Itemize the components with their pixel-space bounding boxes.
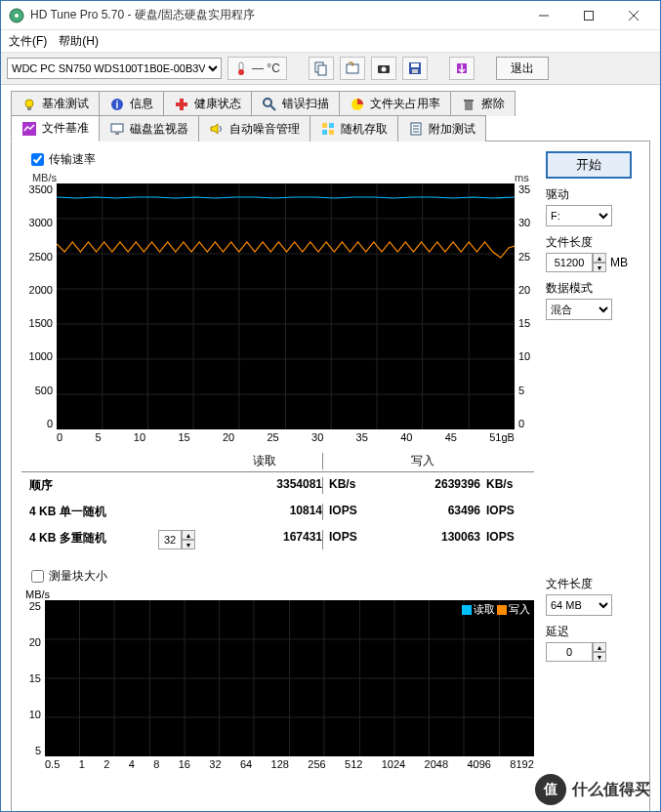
tab-diskmonitor[interactable]: 磁盘监视器 bbox=[99, 115, 199, 142]
monitor-icon bbox=[109, 121, 125, 137]
tab-errorscan[interactable]: 错误扫描 bbox=[251, 91, 340, 116]
drive-label: 驱动 bbox=[546, 186, 640, 203]
app-icon bbox=[9, 8, 24, 23]
tab-info[interactable]: i信息 bbox=[99, 91, 164, 116]
chart1-yright-label: ms bbox=[515, 172, 534, 183]
tab-row-2: 文件基准 磁盘监视器 自动噪音管理 随机存取 附加测试 bbox=[11, 115, 650, 142]
filelen2-select[interactable]: 64 MB bbox=[546, 594, 612, 616]
save-button[interactable] bbox=[402, 57, 428, 80]
svg-text:i: i bbox=[116, 100, 119, 110]
svg-rect-24 bbox=[465, 102, 473, 110]
svg-rect-31 bbox=[322, 130, 327, 135]
watermark-text: 什么值得买 bbox=[572, 780, 650, 800]
close-button[interactable] bbox=[611, 1, 656, 30]
temperature-value: — °C bbox=[252, 61, 280, 75]
plus-icon bbox=[174, 97, 189, 112]
tab-filebenchmark[interactable]: 文件基准 bbox=[11, 115, 100, 142]
delay-spinner[interactable]: ▲▼ bbox=[546, 642, 606, 662]
svg-rect-27 bbox=[111, 124, 123, 132]
side-panel: 开始 驱动 F: 文件长度 ▲▼ MB 数据模式 混合 文件长度 64 MB bbox=[546, 151, 640, 812]
menu-help[interactable]: 帮助(H) bbox=[59, 33, 99, 50]
pattern-select[interactable]: 混合 bbox=[546, 299, 612, 320]
svg-rect-6 bbox=[239, 62, 243, 70]
row-4kb-multi: 4 KB 多重随机 ▲▼ 167431IOPS 130063IOPS bbox=[21, 525, 534, 554]
svg-rect-32 bbox=[329, 130, 334, 135]
svg-rect-14 bbox=[411, 63, 419, 67]
tab-content: 传输速率 MB/s ms 350030002500200015001000500… bbox=[11, 141, 650, 812]
options-button[interactable] bbox=[449, 57, 475, 80]
drive-letter-select[interactable]: F: bbox=[546, 205, 612, 226]
start-button[interactable]: 开始 bbox=[546, 151, 632, 179]
filelen-label: 文件长度 bbox=[546, 234, 640, 251]
chart2-yticks: 252015105 bbox=[21, 600, 45, 756]
minimize-button[interactable] bbox=[521, 1, 566, 30]
svg-rect-9 bbox=[318, 65, 326, 75]
menu-file[interactable]: 文件(F) bbox=[9, 33, 47, 50]
write-header: 写入 bbox=[365, 453, 480, 469]
shortcut-button[interactable] bbox=[340, 57, 365, 80]
pie-icon bbox=[350, 97, 365, 112]
transfer-chart: MB/s ms 3500300025002000150010005000 bbox=[21, 172, 534, 443]
filelen2-label: 文件长度 bbox=[546, 576, 640, 592]
svg-line-22 bbox=[270, 105, 275, 110]
svg-rect-18 bbox=[27, 107, 31, 110]
svg-rect-25 bbox=[464, 100, 474, 102]
svg-rect-3 bbox=[585, 11, 594, 20]
tab-benchmark[interactable]: 基准测试 bbox=[11, 91, 100, 116]
transfer-rate-label: 传输速率 bbox=[49, 151, 96, 168]
exit-button[interactable]: 退出 bbox=[496, 57, 549, 80]
block-size-checkbox[interactable] bbox=[31, 570, 44, 583]
watermark-logo: 值 bbox=[535, 774, 566, 805]
chart2-xticks: 0.512481632641282565121024204840968192 bbox=[21, 756, 534, 770]
trash-icon bbox=[461, 97, 476, 112]
svg-rect-15 bbox=[412, 69, 418, 73]
chart2-ylabel: MB/s bbox=[21, 589, 534, 600]
row-4kb-single: 4 KB 单一随机 10814IOPS 63496IOPS bbox=[21, 499, 534, 525]
tab-erase[interactable]: 擦除 bbox=[450, 91, 516, 116]
speaker-icon bbox=[209, 121, 225, 137]
chart-icon bbox=[21, 121, 37, 137]
chart1-plot bbox=[57, 183, 515, 429]
block-size-label: 测量块大小 bbox=[49, 568, 107, 585]
svg-rect-30 bbox=[329, 123, 334, 128]
chart1-yleft-label: MB/s bbox=[21, 172, 57, 183]
queue-depth-spinner[interactable]: ▲▼ bbox=[158, 530, 195, 549]
copy-button[interactable] bbox=[309, 57, 334, 80]
tab-randomaccess[interactable]: 随机存取 bbox=[310, 115, 398, 142]
filelen-spinner[interactable]: ▲▼ bbox=[546, 253, 606, 272]
chart1-yright-ticks: 35302520151050 bbox=[515, 183, 534, 429]
extra-icon bbox=[408, 121, 424, 137]
watermark: 值 什么值得买 bbox=[535, 774, 650, 805]
window-titlebar: HD Tune Pro 5.70 - 硬盘/固态硬盘实用程序 bbox=[1, 1, 660, 30]
svg-point-17 bbox=[25, 100, 33, 107]
svg-point-12 bbox=[381, 67, 386, 72]
svg-rect-28 bbox=[115, 133, 119, 135]
svg-rect-29 bbox=[322, 123, 327, 128]
delay-label: 延迟 bbox=[546, 624, 640, 640]
bulb-icon bbox=[21, 97, 37, 112]
tab-aam[interactable]: 自动噪音管理 bbox=[198, 115, 310, 142]
tab-folderusage[interactable]: 文件夹占用率 bbox=[339, 91, 451, 116]
chart2-legend: 读取 写入 bbox=[462, 602, 530, 617]
search-icon bbox=[262, 97, 277, 112]
info-icon: i bbox=[109, 97, 125, 112]
menubar: 文件(F) 帮助(H) bbox=[1, 30, 660, 52]
pattern-label: 数据模式 bbox=[546, 280, 640, 297]
read-header: 读取 bbox=[207, 453, 322, 469]
tab-extratests[interactable]: 附加测试 bbox=[397, 115, 486, 142]
transfer-rate-checkbox[interactable] bbox=[31, 153, 44, 166]
screenshot-button[interactable] bbox=[371, 57, 396, 80]
drive-select[interactable]: WDC PC SN750 WDS100T1B0E-00B3V0 ( : bbox=[7, 58, 222, 79]
maximize-button[interactable] bbox=[566, 1, 611, 30]
tab-health[interactable]: 健康状态 bbox=[163, 91, 252, 116]
chart1-xticks: 05101520253035404551gB bbox=[21, 429, 534, 443]
tab-row-1: 基准测试 i信息 健康状态 错误扫描 文件夹占用率 擦除 bbox=[11, 91, 650, 116]
window-title: HD Tune Pro 5.70 - 硬盘/固态硬盘实用程序 bbox=[30, 7, 521, 23]
results-table: 读取 写入 顺序 3354081KB/s 2639396KB/s 4 KB 单一… bbox=[21, 451, 534, 554]
thermometer-icon bbox=[234, 61, 248, 75]
svg-point-1 bbox=[15, 14, 19, 18]
chart1-yleft-ticks: 3500300025002000150010005000 bbox=[21, 183, 57, 429]
svg-point-21 bbox=[264, 99, 271, 106]
row-sequential: 顺序 3354081KB/s 2639396KB/s bbox=[21, 472, 534, 499]
toolbar: WDC PC SN750 WDS100T1B0E-00B3V0 ( : — °C… bbox=[1, 52, 660, 85]
